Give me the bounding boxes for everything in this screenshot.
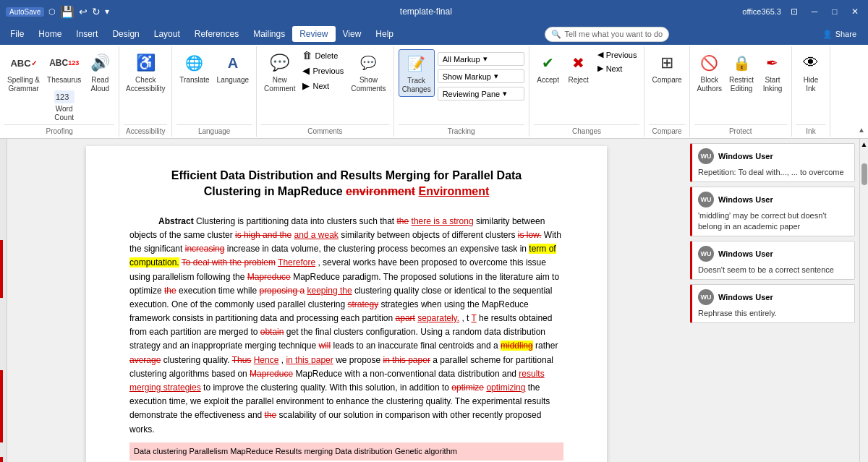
tell-me-input[interactable]: 🔍 Tell me what you want to do (545, 27, 669, 42)
compare-button[interactable]: ⊞ Compare (649, 49, 684, 87)
readaloud-button[interactable]: 🔊 ReadAloud (85, 49, 114, 95)
comment-username-1: Windows User (718, 152, 773, 161)
menu-mailings[interactable]: Mailings (246, 26, 292, 42)
language-group-label: Language (176, 124, 252, 135)
share-button[interactable]: 👤 Share (814, 27, 865, 42)
translate-button[interactable]: 🌐 Translate (176, 49, 212, 87)
new-comment-button[interactable]: 💬 NewComment (261, 49, 298, 95)
prev-change-icon: ◀ (597, 50, 603, 59)
vertical-scrollbar[interactable]: ▲ ▼ (859, 139, 868, 462)
del-obtain: obtain (260, 327, 284, 337)
menu-layout[interactable]: Layout (147, 26, 187, 42)
show-comments-button[interactable]: 💬 ShowComments (348, 49, 388, 95)
ins-in-this-paper: in this paper (286, 355, 333, 365)
proofing-items: ABC✓ Spelling &Grammar ABC123 Thesaurus … (4, 49, 114, 124)
next-comment-button[interactable]: ▶ Next (299, 80, 346, 92)
previous-comment-button[interactable]: ◀ Previous (299, 64, 346, 77)
close-button[interactable]: ✕ (848, 4, 862, 19)
redo-button[interactable]: ↻ (92, 6, 101, 17)
next-label: Next (312, 82, 329, 90)
accept-button[interactable]: ✔ Accept (534, 49, 563, 87)
more-button[interactable]: ▾ (105, 7, 109, 17)
protect-items: 🚫 BlockAuthors 🔒 RestrictEditing ✒ Start… (694, 49, 787, 124)
undo-button[interactable]: ↩ (79, 6, 88, 17)
comment-user-3: WU Windows User (698, 246, 848, 262)
start-inking-label: StartInking (763, 76, 783, 93)
del-in-this-paper: in this paper (383, 355, 430, 365)
menu-help[interactable]: Help (368, 26, 401, 42)
comments-panel: WU Windows User Repetition: To deal with… (686, 139, 859, 462)
ink-items: 👁 HideInk (796, 49, 825, 124)
reviewing-pane-dropdown[interactable]: Reviewing Pane ▾ (438, 87, 524, 100)
new-comment-icon: 💬 (268, 51, 292, 74)
thesaurus-button[interactable]: ABC123 Thesaurus (44, 49, 84, 87)
ribbon: ABC✓ Spelling &Grammar ABC123 Thesaurus … (0, 45, 868, 139)
hide-ink-button[interactable]: 👁 HideInk (796, 49, 825, 95)
menu-insert[interactable]: Insert (69, 26, 105, 42)
scroll-thumb[interactable] (861, 163, 867, 185)
dropdown-arrow: ▾ (483, 54, 488, 64)
reject-label: Reject (568, 76, 588, 85)
delete-icon: 🗑 (302, 50, 312, 61)
title-bar: AutoSave ⬡ 💾 ↩ ↻ ▾ template-final office… (0, 0, 868, 23)
menu-file[interactable]: File (3, 26, 31, 42)
menu-references[interactable]: References (187, 26, 246, 42)
autosave-label[interactable]: AutoSave (6, 7, 44, 17)
del-to-deal: To deal with the problem (182, 257, 276, 268)
show-comments-icon: 💬 (357, 51, 380, 74)
new-comment-label: NewComment (264, 76, 295, 93)
del-middling: middling (501, 341, 533, 351)
show-markup-dropdown[interactable]: Show Markup ▾ (438, 69, 524, 83)
ins-hence: Hence (254, 355, 279, 365)
comment-text-3: Doesn't seem to be a correct sentence (698, 265, 848, 275)
avatar-2: WU (698, 192, 714, 208)
delete-comment-button[interactable]: 🗑 Delete (299, 49, 346, 61)
wordcount-label: WordCount (54, 105, 74, 122)
menu-review[interactable]: Review (292, 26, 335, 42)
protect-group-label: Protect (694, 124, 787, 135)
ins-there-is-a-strong: there is a strong (412, 216, 474, 226)
maximize-button[interactable]: □ (827, 4, 842, 19)
show-comments-label: ShowComments (351, 76, 386, 93)
previous-change-button[interactable]: ◀ Previous (595, 49, 640, 60)
wordcount-icon: 123 (54, 90, 75, 103)
ribbon-expand-button[interactable]: ▲ (858, 126, 865, 134)
scroll-track[interactable] (860, 149, 868, 462)
track-changes-button[interactable]: 📝 TrackChanges (399, 49, 435, 97)
dropdown-arrow3: ▾ (503, 89, 507, 98)
save-button[interactable]: 💾 (60, 5, 75, 19)
check-accessibility-button[interactable]: ♿ CheckAccessibility (124, 49, 167, 95)
abstract-section: Abstract Clustering is partitioning data… (129, 215, 563, 462)
del-apart: apart (396, 313, 415, 323)
dropdown-arrow2: ▾ (494, 72, 498, 81)
language-icon: A (221, 51, 244, 74)
language-button[interactable]: A Language (214, 49, 252, 87)
start-inking-button[interactable]: ✒ StartInking (758, 49, 787, 95)
spelling-grammar-button[interactable]: ABC✓ Spelling &Grammar (4, 49, 43, 95)
minimize-button[interactable]: ─ (807, 4, 822, 19)
title-bar-left: AutoSave ⬡ 💾 ↩ ↻ ▾ (6, 5, 109, 19)
readaloud-label: ReadAloud (90, 76, 109, 93)
scroll-up-button[interactable]: ▲ (860, 139, 868, 149)
autosave-status: ⬡ (48, 7, 56, 17)
abstract-label: Abstract (158, 216, 194, 226)
restore-button[interactable]: ⊡ (787, 4, 801, 19)
change-bar-1 (0, 240, 3, 298)
restrict-editing-button[interactable]: 🔒 RestrictEditing (726, 49, 757, 95)
thesaurus-label: Thesaurus (47, 76, 81, 85)
menu-design[interactable]: Design (105, 26, 146, 42)
compare-items: ⊞ Compare (649, 49, 684, 124)
document-title: template-final (400, 7, 452, 17)
del-the2: the (164, 286, 176, 296)
comment-user-1: WU Windows User (698, 148, 848, 164)
ribbon-group-accessibility: ♿ CheckAccessibility Accessibility (119, 46, 172, 137)
wordcount-button[interactable]: 123 WordCount (51, 88, 77, 124)
menu-home[interactable]: Home (31, 26, 69, 42)
all-markup-dropdown[interactable]: All Markup ▾ (438, 52, 524, 66)
block-authors-button[interactable]: 🚫 BlockAuthors (694, 49, 725, 95)
reject-button[interactable]: ✖ Reject (564, 49, 593, 87)
ins-and-a-weak: and a weak (294, 230, 338, 240)
previous-icon: ◀ (302, 65, 310, 76)
menu-view[interactable]: View (336, 26, 369, 42)
next-change-button[interactable]: ▶ Next (595, 63, 640, 74)
